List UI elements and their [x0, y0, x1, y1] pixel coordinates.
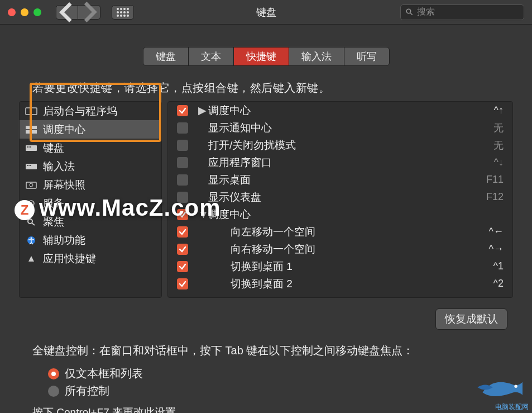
sidebar-item-label: 输入法 [43, 159, 75, 174]
shortcut-key: F11 [486, 174, 504, 186]
svg-point-22 [31, 237, 32, 239]
sidebar-item-label: 调度中心 [43, 122, 85, 137]
shortcut-key: ^1 [493, 260, 504, 272]
minimize-icon[interactable] [21, 8, 28, 16]
disclosure-icon[interactable]: ▶ [198, 104, 206, 117]
svg-rect-5 [26, 130, 31, 134]
zoom-icon[interactable] [33, 8, 41, 16]
shortcut-row-0[interactable]: ▶调度中心^↑ [168, 102, 512, 119]
keyboard-icon [25, 144, 37, 153]
instruction-text: 若要更改快捷键，请选择它，点按组合键，然后键入新键。 [32, 80, 532, 96]
svg-rect-6 [32, 130, 37, 134]
svg-rect-14 [30, 165, 31, 166]
shortcut-row-9[interactable]: 切换到桌面 1^1 [168, 258, 512, 275]
forward-button[interactable] [78, 5, 100, 20]
svg-rect-3 [26, 126, 31, 129]
svg-line-20 [32, 223, 35, 225]
search-input[interactable]: 搜索 [400, 4, 524, 20]
back-button[interactable] [56, 5, 78, 20]
footer-hint: 按下 Control+F7 来更改此设置。 [32, 405, 504, 413]
watermark-z-icon: Z [15, 200, 35, 220]
shortcut-key: ^→ [489, 243, 504, 255]
watermark-fish: 电脑装配网 [467, 371, 529, 410]
search-placeholder: 搜索 [417, 6, 435, 18]
shortcut-row-8[interactable]: 向右移动一个空间^→ [168, 240, 512, 258]
svg-rect-13 [28, 165, 30, 166]
search-icon [405, 8, 414, 16]
footer-text: 全键盘控制：在窗口和对话框中，按下 Tab 键在以下控制之间移动键盘焦点： [32, 343, 504, 358]
window-title: 键盘 [256, 6, 276, 19]
tab-3[interactable]: 输入法 [289, 48, 344, 65]
sidebar-item-label: 应用快捷键 [43, 251, 96, 266]
shortcut-row-4[interactable]: 显示桌面F11 [168, 171, 512, 188]
radio-off-icon [48, 386, 59, 397]
restore-defaults-button[interactable]: 恢复成默认 [435, 308, 507, 330]
shortcut-label: 打开/关闭勿扰模式 [208, 138, 493, 153]
checkbox[interactable] [177, 157, 188, 168]
keyboard-icon [25, 162, 37, 171]
svg-rect-9 [28, 146, 30, 148]
sidebar-item-3[interactable]: 输入法 [20, 157, 161, 175]
svg-rect-7 [26, 145, 37, 151]
sidebar-item-label: 屏幕快照 [43, 178, 85, 192]
shortcut-label: 切换到桌面 1 [208, 259, 493, 274]
shortcut-key: 无 [493, 121, 504, 135]
shortcut-label: 应用程序窗口 [208, 155, 494, 170]
mission-icon [25, 125, 37, 134]
radio-label: 仅文本框和列表 [65, 366, 143, 381]
checkbox[interactable] [177, 122, 188, 134]
traffic-lights [8, 8, 41, 16]
sidebar-item-1[interactable]: 调度中心 [20, 120, 161, 139]
sidebar-item-label: 启动台与程序坞 [43, 104, 117, 118]
tab-1[interactable]: 文本 [189, 48, 234, 65]
svg-rect-11 [26, 164, 37, 169]
footer: 全键盘控制：在窗口和对话框中，按下 Tab 键在以下控制之间移动键盘焦点： 仅文… [32, 343, 504, 413]
sidebar-item-label: 辅助功能 [43, 233, 85, 248]
radio-text-lists[interactable]: 仅文本框和列表 [48, 366, 504, 381]
checkbox[interactable] [177, 140, 188, 151]
sidebar-item-label: 键盘 [43, 141, 64, 155]
shortcut-label: 显示桌面 [208, 173, 486, 187]
nav-buttons [56, 5, 100, 20]
checkbox[interactable] [177, 244, 188, 255]
shortcut-row-2[interactable]: 打开/关闭勿扰模式无 [168, 136, 512, 154]
radio-all-controls[interactable]: 所有控制 [48, 383, 504, 398]
show-all-button[interactable] [112, 5, 134, 20]
shortcut-key: ^↑ [494, 105, 504, 116]
checkbox[interactable] [177, 261, 188, 272]
shortcut-key: ^↓ [494, 156, 504, 168]
shortcut-label: 显示通知中心 [208, 121, 493, 135]
svg-rect-10 [30, 146, 31, 148]
svg-point-23 [514, 384, 517, 388]
launchpad-icon [25, 107, 37, 116]
tab-4[interactable]: 听写 [344, 48, 389, 65]
sidebar-item-8[interactable]: 应用快捷键 [20, 249, 161, 268]
radio-label: 所有控制 [65, 383, 109, 398]
svg-point-16 [30, 183, 33, 187]
shortcut-label: 切换到桌面 2 [208, 277, 493, 291]
sidebar-item-7[interactable]: 辅助功能 [20, 231, 161, 249]
tab-strip: 键盘文本快捷键输入法听写 [143, 47, 390, 66]
shortcut-row-1[interactable]: 显示通知中心无 [168, 119, 512, 136]
checkbox[interactable] [177, 105, 188, 116]
checkbox[interactable] [177, 278, 188, 289]
svg-point-0 [406, 9, 411, 13]
sidebar-item-4[interactable]: 屏幕快照 [20, 175, 161, 194]
sidebar-item-2[interactable]: 键盘 [20, 139, 161, 157]
close-icon[interactable] [8, 8, 16, 16]
sidebar-item-0[interactable]: 启动台与程序坞 [20, 102, 161, 120]
grid-icon [117, 8, 129, 17]
tab-0[interactable]: 键盘 [143, 48, 189, 65]
accessibility-icon [25, 236, 37, 245]
shortcut-row-3[interactable]: 应用程序窗口^↓ [168, 154, 512, 171]
shortcut-key: 无 [493, 139, 504, 152]
checkbox[interactable] [177, 174, 188, 186]
svg-rect-2 [26, 108, 37, 115]
shortcut-row-10[interactable]: 切换到桌面 2^2 [168, 275, 512, 292]
shortcut-label: 调度中心 [208, 103, 494, 118]
tab-2[interactable]: 快捷键 [234, 48, 289, 65]
shortcut-label: 调度中心 [208, 207, 504, 222]
shortcut-row-7[interactable]: 向左移动一个空间^← [168, 223, 512, 240]
checkbox[interactable] [177, 226, 188, 238]
shortcut-key: ^2 [493, 278, 504, 289]
